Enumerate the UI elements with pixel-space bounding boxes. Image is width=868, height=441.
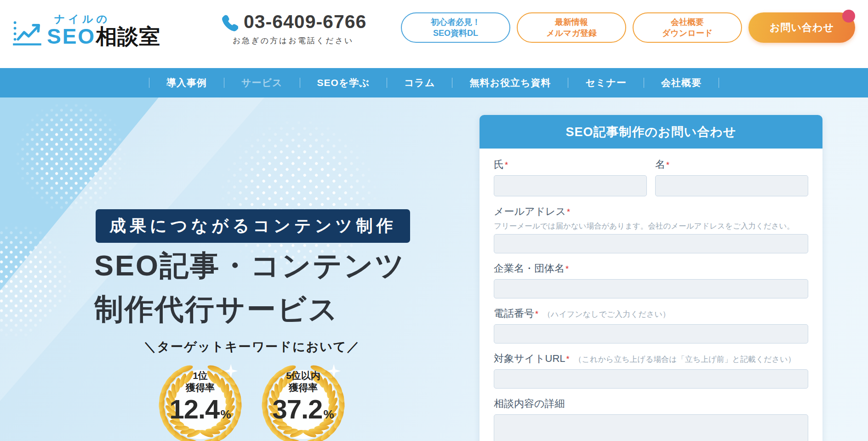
logo-text: ナイルの SEO相談室 (47, 14, 160, 49)
logo-rest-text: 相談室 (96, 24, 160, 48)
site-url-note: （これから立ち上げる場合は「立ち上げ前」と記載ください） (574, 354, 796, 365)
phone-note: お急ぎの方はお電話ください (220, 35, 366, 46)
email-label: メールアドレス* (494, 205, 808, 218)
company-input[interactable] (494, 279, 808, 298)
contact-button[interactable]: お問い合わせ (748, 12, 855, 43)
form-body: 氏* 名* メールアドレス* フリーメールでは届かない場合があります。会社のメー… (480, 149, 822, 441)
seo-doc-download-label-1: 初心者必見！ (431, 17, 480, 28)
seo-doc-download-button[interactable]: 初心者必見！ SEO資料DL (401, 12, 510, 43)
contact-button-label: お問い合わせ (770, 21, 834, 34)
company-dl-label-1: 会社概要 (671, 17, 704, 28)
nav-item-services[interactable]: サービス (224, 76, 299, 89)
phone-icon (220, 14, 238, 32)
nav-item-case-studies[interactable]: 導入事例 (149, 76, 224, 89)
mailmag-register-button[interactable]: 最新情報 メルマガ登録 (517, 12, 626, 43)
site-url-input[interactable] (494, 369, 808, 389)
nav-item-column[interactable]: コラム (387, 76, 452, 89)
hero-badge: 成果につながるコンテンツ制作 (96, 209, 410, 243)
required-mark: * (535, 309, 538, 319)
award-top5-value: 37.2% (254, 394, 353, 424)
first-name-input[interactable] (655, 175, 808, 196)
hero-title-line1: SEO記事・コンテンツ (94, 249, 405, 281)
hero-title-line2: 制作代行サービス (94, 293, 339, 325)
email-input[interactable] (494, 234, 808, 253)
last-name-label: 氏* (494, 158, 647, 172)
site-url-label: 対象サイトURL* （これから立ち上げる場合は「立ち上げ前」と記載ください） (494, 352, 808, 366)
phone-label: 電話番号* （ハイフンなしでご入力ください） (494, 307, 808, 321)
keyword-note: ＼ターゲットキーワードにおいて／ (109, 338, 394, 355)
phone-input[interactable] (494, 324, 808, 344)
award-rank1-badge: 1位 獲得率 12.4% (151, 353, 250, 441)
required-mark: * (505, 160, 508, 170)
award-rank1-value: 12.4% (151, 394, 250, 424)
form-title: SEO記事制作のお問い合わせ (480, 115, 822, 149)
phone-field-note: （ハイフンなしでご入力ください） (543, 309, 670, 320)
phone-block: 03-6409-6766 お急ぎの方はお電話ください (220, 11, 366, 46)
details-label: 相談内容の詳細 (494, 397, 808, 411)
required-mark: * (567, 207, 570, 217)
award-top5-badge: 5位以内 獲得率 37.2% (254, 353, 353, 441)
seo-doc-download-label-2: SEO資料DL (433, 28, 478, 39)
header-buttons: 初心者必見！ SEO資料DL 最新情報 メルマガ登録 会社概要 ダウンロード お… (401, 12, 855, 43)
award-top5-label: 5位以内 獲得率 (254, 370, 353, 394)
chart-logo-icon (12, 17, 42, 47)
mailmag-label-2: メルマガ登録 (546, 28, 597, 39)
company-dl-label-2: ダウンロード (662, 28, 713, 39)
nav-separator (719, 78, 719, 88)
last-name-input[interactable] (494, 175, 647, 196)
logo-tagline: ナイルの (54, 14, 160, 24)
required-mark: * (565, 264, 569, 274)
main-nav: 導入事例 サービス SEOを学ぶ コラム 無料お役立ち資料 セミナー 会社概要 (0, 68, 868, 97)
first-name-label: 名* (655, 158, 808, 172)
details-textarea[interactable] (494, 414, 808, 441)
phone-number[interactable]: 03-6409-6766 (244, 11, 366, 33)
hero-title: SEO記事・コンテンツ 制作代行サービス (94, 244, 405, 331)
logo-seo-text: SEO (47, 24, 96, 48)
notification-dot (842, 10, 855, 23)
contact-form-card: SEO記事制作のお問い合わせ 氏* 名* メールアドレス* フリーメールでは届か… (480, 115, 822, 441)
nav-item-learn-seo[interactable]: SEOを学ぶ (300, 76, 387, 89)
company-profile-download-button[interactable]: 会社概要 ダウンロード (633, 12, 742, 43)
required-mark: * (666, 160, 669, 170)
nav-item-company[interactable]: 会社概要 (644, 76, 719, 89)
mailmag-label-1: 最新情報 (555, 17, 588, 28)
site-logo[interactable]: ナイルの SEO相談室 (12, 14, 160, 49)
email-note: フリーメールでは届かない場合があります。会社のメールアドレスをご入力ください。 (494, 221, 808, 231)
required-mark: * (566, 355, 570, 364)
award-rank1-label: 1位 獲得率 (151, 370, 250, 394)
nav-item-seminar[interactable]: セミナー (568, 76, 643, 89)
nav-item-free-resources[interactable]: 無料お役立ち資料 (452, 76, 568, 89)
site-header: ナイルの SEO相談室 03-6409-6766 お急ぎの方はお電話ください 初… (0, 0, 868, 68)
company-label: 企業名・団体名* (494, 262, 808, 275)
